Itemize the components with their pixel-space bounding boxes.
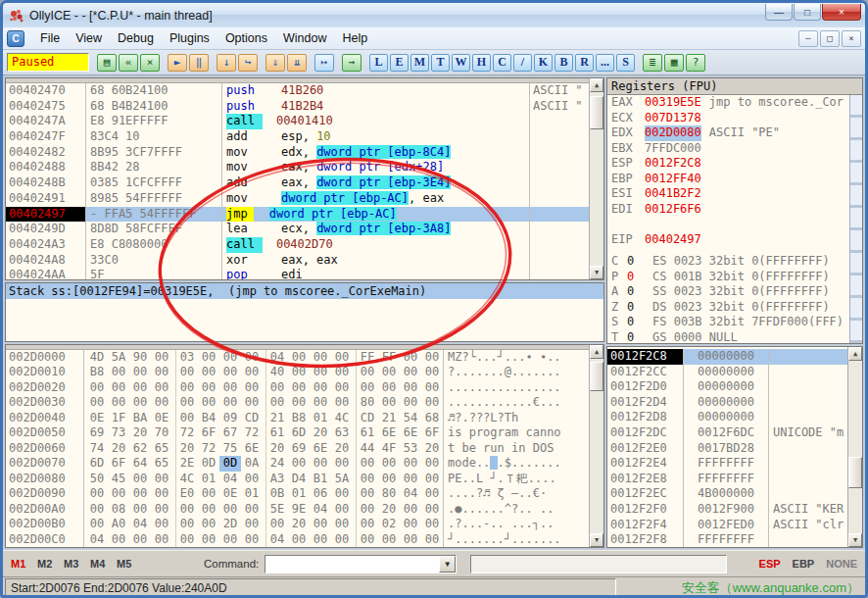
mdi-minimize-button[interactable]: — bbox=[798, 30, 818, 47]
source-button[interactable]: S bbox=[616, 54, 635, 72]
flag-row[interactable]: A0SS 0023 32bit 0(FFFFFFFF) bbox=[607, 284, 850, 300]
mdi-restore-button[interactable]: □ bbox=[820, 30, 840, 47]
run-trace-button[interactable]: ... bbox=[596, 54, 614, 72]
scroll-down-icon[interactable]: ▼ bbox=[590, 533, 603, 547]
trace-into-button[interactable]: ⇓ bbox=[265, 54, 285, 72]
minimize-button[interactable]: — bbox=[765, 4, 793, 21]
disasm-row[interactable]: 004024918985 54FFFFFFmovdword ptr [ebp-A… bbox=[6, 191, 590, 207]
executables-button[interactable]: E bbox=[390, 54, 409, 72]
stack-row[interactable]: 0012F2F40012FED0ASCII "clr bbox=[607, 518, 848, 533]
menu-item-view[interactable]: View bbox=[68, 29, 110, 47]
step-into-button[interactable]: ↓ bbox=[217, 54, 236, 72]
dump-row[interactable]: 002D003000000000000000000000000080000000… bbox=[6, 395, 590, 411]
disassembly-pane[interactable]: 0040247068 60B24100push41B260ASCII "0040… bbox=[5, 77, 604, 280]
registers-scrollbar[interactable] bbox=[849, 95, 862, 343]
stack-row[interactable]: 0012F2C800000000 bbox=[607, 349, 848, 365]
info-pane[interactable]: Stack ss:[0012FE94]=00319E5E, (jmp to ms… bbox=[5, 282, 604, 342]
register-row[interactable]: EBP0012FF40 bbox=[607, 172, 850, 187]
disasm-row[interactable]: 004024888B42 28moveax, dword ptr [edx+28… bbox=[6, 160, 590, 175]
memory-map-button[interactable]: M bbox=[410, 54, 429, 72]
go-to-button[interactable]: → bbox=[342, 54, 362, 72]
call-stack-button[interactable]: K bbox=[534, 54, 553, 72]
menu-item-help[interactable]: Help bbox=[334, 29, 375, 47]
flag-row[interactable]: Z0DS 0023 32bit 0(FFFFFFFF) bbox=[607, 300, 850, 316]
open-file-button[interactable]: ▤ bbox=[97, 54, 117, 72]
stack-row[interactable]: 0012F2F8FFFFFFFF bbox=[607, 532, 848, 548]
register-row[interactable]: EAX00319E5Ejmp to mscoree._Cor bbox=[607, 95, 850, 111]
close-button[interactable]: × bbox=[822, 4, 861, 21]
threads-button[interactable]: T bbox=[431, 54, 450, 72]
disasm-row[interactable]: 0040247068 60B24100push41B260ASCII " bbox=[6, 83, 590, 99]
stack-pane[interactable]: 0012F2C8000000000012F2CC000000000012F2D0… bbox=[606, 346, 863, 548]
step-over-button[interactable]: ↪ bbox=[238, 54, 258, 72]
windows-list-button[interactable]: ≣ bbox=[643, 54, 662, 72]
register-row[interactable]: EDI0012F6F6 bbox=[607, 202, 850, 218]
menu-item-window[interactable]: Window bbox=[275, 29, 334, 47]
stack-row[interactable]: 0012F2DC0012F6DCUNICODE "m bbox=[607, 425, 848, 441]
dropdown-arrow-icon[interactable]: ▼ bbox=[439, 556, 456, 573]
dump-row[interactable]: 002D0010B8000000000000004000000000000000… bbox=[6, 365, 590, 380]
register-row[interactable]: ECX007D1378 bbox=[607, 111, 850, 126]
scroll-up-icon[interactable]: ▲ bbox=[590, 78, 603, 92]
stack-row[interactable]: 0012F2F00012F900ASCII "KER bbox=[607, 502, 848, 518]
windows-button[interactable]: W bbox=[452, 54, 470, 72]
dump-row[interactable]: 002D0080504500004C010400A3D4B15A00000000… bbox=[6, 472, 590, 487]
scroll-thumb[interactable] bbox=[590, 362, 603, 391]
mdi-close-button[interactable]: × bbox=[842, 30, 861, 47]
dump-row[interactable]: 002D00C004000000000000000400000000000000… bbox=[6, 532, 590, 548]
disasm-row[interactable]: 0040247AE8 91EFFFFFcall00401410 bbox=[6, 114, 590, 129]
memory-tab-m3[interactable]: M3 bbox=[64, 558, 90, 570]
stack-row[interactable]: 0012F2E8FFFFFFFF bbox=[607, 472, 848, 487]
scroll-down-icon[interactable]: ▼ bbox=[848, 533, 862, 547]
disasm-row[interactable]: 0040247568 B4B24100push41B2B4ASCII " bbox=[6, 99, 590, 115]
dump-row[interactable]: 002D005069732070726F6772616D2063616E6E6F… bbox=[6, 425, 590, 441]
stack-row[interactable]: 0012F2D000000000 bbox=[607, 379, 848, 395]
disasm-row[interactable]: 0040247F83C4 10addesp, 10 bbox=[6, 129, 590, 145]
pause-button[interactable]: ‖ bbox=[189, 54, 209, 72]
disasm-row[interactable]: 00402497- FFA5 54FFFFFFjmpdword ptr [ebp… bbox=[6, 207, 590, 223]
memory-tab-m2[interactable]: M2 bbox=[37, 558, 64, 570]
menu-item-debug[interactable]: Debug bbox=[110, 29, 162, 47]
command-input-value[interactable] bbox=[265, 556, 439, 573]
help-button[interactable]: ? bbox=[686, 54, 705, 72]
handles-button[interactable]: H bbox=[472, 54, 491, 72]
cpu-button[interactable]: C bbox=[493, 54, 511, 72]
dump-row[interactable]: 002D00706D6F64652E0D0D0A2400000000000000… bbox=[6, 456, 590, 472]
dump-scrollbar[interactable]: ▲ ▼ bbox=[589, 345, 603, 547]
flag-row[interactable]: S0FS 003B 32bit 7FFDF000(FFF) bbox=[607, 315, 850, 330]
dump-row[interactable]: 002D009000000000E0000E010B01060000800400… bbox=[6, 486, 590, 502]
register-row[interactable]: EIP00402497 bbox=[607, 232, 850, 248]
memory-tab-m4[interactable]: M4 bbox=[90, 558, 117, 570]
flag-row[interactable]: C0ES 0023 32bit 0(FFFFFFFF) bbox=[607, 254, 850, 270]
disasm-row[interactable]: 0040249D8D8D 58FCFFFFleaecx, dword ptr [… bbox=[6, 222, 590, 237]
scroll-down-icon[interactable]: ▼ bbox=[590, 266, 603, 279]
disasm-row[interactable]: 004024A3E8 C8080000call00402D70 bbox=[6, 237, 590, 253]
register-row[interactable]: ESP0012F2C8 bbox=[607, 156, 850, 172]
register-row[interactable]: ESI0041B2F2 bbox=[607, 186, 850, 202]
dump-row[interactable]: 002D0060742062652072756E20696E20444F5320… bbox=[6, 441, 590, 457]
stack-row[interactable]: 0012F2EC4B000000 bbox=[607, 486, 848, 502]
stack-row[interactable]: 0012F2D400000000 bbox=[607, 395, 848, 411]
dump-row[interactable]: 002D00B000A0040000002D000020000000020000… bbox=[6, 517, 590, 532]
stack-row[interactable]: 0012F2E4FFFFFFFF bbox=[607, 456, 848, 472]
memory-tab-m1[interactable]: M1 bbox=[11, 558, 37, 570]
execute-till-return-button[interactable]: ↦ bbox=[314, 54, 334, 72]
disasm-row[interactable]: 004024AA5Fpopedi bbox=[6, 268, 590, 279]
run-button[interactable]: ► bbox=[168, 54, 187, 72]
menu-item-plugins[interactable]: Plugins bbox=[162, 29, 217, 47]
trace-over-button[interactable]: ⇊ bbox=[287, 54, 307, 72]
stack-row[interactable]: 0012F2E00017BD28 bbox=[607, 441, 848, 457]
hex-dump-pane[interactable]: 002D00004D5A90000300000004000000FFFF0000… bbox=[5, 344, 604, 548]
cpu-window-icon[interactable]: C bbox=[7, 30, 24, 47]
disasm-row[interactable]: 0040248B0385 1CFCFFFFaddeax, dword ptr [… bbox=[6, 175, 590, 191]
scroll-thumb[interactable] bbox=[590, 96, 603, 129]
patches-button[interactable]: / bbox=[513, 54, 532, 72]
stack-scrollbar[interactable]: ▲ ▼ bbox=[847, 347, 862, 547]
register-row[interactable] bbox=[607, 217, 850, 232]
dump-row[interactable]: 002D00400E1FBA0E00B409CD21B8014CCD215468… bbox=[6, 411, 590, 426]
breakpoints-button[interactable]: B bbox=[555, 54, 573, 72]
dump-row[interactable]: 002D00004D5A90000300000004000000FFFF0000… bbox=[6, 350, 590, 366]
register-row[interactable]: EDX002D0080ASCII "PE" bbox=[607, 125, 850, 141]
flag-row[interactable]: P0CS 001B 32bit 0(FFFFFFFF) bbox=[607, 270, 850, 285]
stack-row[interactable]: 0012F2D800000000 bbox=[607, 410, 848, 425]
